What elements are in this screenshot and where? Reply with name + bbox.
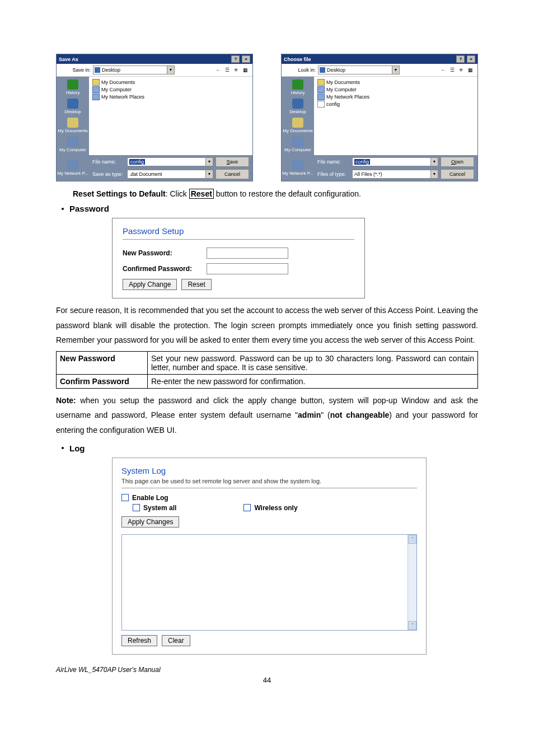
confirmed-password-label: Confirmed Password: [123, 265, 207, 273]
section-password-heading: Password [56, 204, 478, 213]
reset-button-box: Reset [189, 189, 214, 199]
confirmed-password-input[interactable] [207, 263, 288, 274]
filesoftype-combo[interactable]: All Files (*.*) ▼ [352, 170, 438, 179]
password-paragraph: For secure reason, It is recommended tha… [56, 303, 478, 348]
close-icon[interactable]: × [467, 55, 475, 63]
desktop-icon [320, 67, 325, 73]
enable-log-checkbox[interactable] [121, 494, 129, 501]
clear-button[interactable]: Clear [162, 635, 190, 646]
saveastype-combo[interactable]: .dat Document ▼ [127, 170, 213, 179]
new-folder-icon[interactable]: ✳ [457, 66, 465, 74]
list-item[interactable]: My Network Places [92, 94, 249, 100]
place-mycomp[interactable]: My Computer [57, 136, 89, 155]
place-mynet[interactable]: My Network P... [57, 160, 88, 176]
system-all-checkbox[interactable] [133, 504, 140, 511]
back-icon[interactable]: ← [214, 66, 222, 74]
help-icon[interactable]: ? [231, 55, 240, 63]
cancel-button[interactable]: Cancel [216, 169, 249, 179]
place-desktop[interactable]: Desktop [57, 97, 89, 116]
chevron-down-icon[interactable]: ▼ [430, 170, 438, 178]
chevron-down-icon[interactable]: ▼ [430, 158, 438, 166]
save-button[interactable]: Save [216, 157, 249, 167]
new-password-input[interactable] [207, 248, 288, 259]
place-history[interactable]: History [57, 78, 89, 97]
look-in-label: Look in: [285, 67, 316, 73]
list-item[interactable]: My Documents [92, 79, 249, 86]
chevron-down-icon[interactable]: ▼ [167, 66, 174, 74]
network-icon [92, 94, 100, 100]
chevron-down-icon[interactable]: ▼ [205, 158, 213, 166]
computer-icon [92, 86, 100, 93]
save-in-label: Save in: [60, 67, 91, 73]
folder-icon [317, 79, 325, 86]
desktop-icon [95, 67, 100, 73]
list-item[interactable]: My Computer [92, 86, 249, 93]
file-list[interactable]: My Documents My Computer My Network Plac… [314, 77, 477, 155]
reset-button[interactable]: Reset [181, 279, 211, 290]
table-row: Confirm Password Re-enter the new passwo… [57, 374, 478, 388]
page-number: 44 [56, 676, 478, 696]
place-mycomp[interactable]: My Computer [282, 136, 314, 155]
dialog-title: Choose file [284, 57, 311, 62]
new-password-label: New Password: [123, 249, 207, 257]
close-icon[interactable]: × [242, 55, 250, 63]
place-history[interactable]: History [282, 78, 314, 97]
computer-icon [317, 86, 325, 93]
section-log-heading: Log [56, 444, 478, 453]
list-item[interactable]: My Documents [317, 79, 474, 86]
refresh-button[interactable]: Refresh [121, 635, 157, 646]
bullet-icon [62, 447, 64, 449]
help-icon[interactable]: ? [456, 55, 465, 63]
wireless-only-checkbox[interactable] [243, 504, 251, 511]
places-bar: History Desktop My Documents My Computer [282, 77, 314, 155]
list-item[interactable]: My Computer [317, 86, 474, 93]
up-icon[interactable]: ☰ [448, 66, 456, 74]
network-icon [317, 94, 325, 100]
wireless-only-label: Wireless only [254, 504, 297, 512]
open-button[interactable]: Open [441, 157, 474, 167]
filesoftype-label: Files of type: [316, 171, 350, 177]
chevron-down-icon[interactable]: ▼ [392, 66, 399, 74]
list-item[interactable]: My Network Places [317, 94, 474, 100]
note-paragraph: Note: when you setup the password and cl… [56, 393, 478, 438]
panel-title: Password Setup [123, 226, 354, 236]
places-bar: History Desktop My Documents My Computer [57, 77, 89, 155]
password-setup-panel: Password Setup New Password: Confirmed P… [112, 218, 365, 298]
enable-log-label: Enable Log [132, 494, 168, 502]
dialog-titlebar: Choose file ? × [282, 54, 477, 64]
apply-change-button[interactable]: Apply Change [123, 279, 177, 290]
filename-label: File name: [91, 159, 125, 165]
scroll-down-icon[interactable]: ˅ [408, 621, 416, 630]
log-textarea[interactable]: ˄ ˅ [121, 534, 417, 631]
up-icon[interactable]: ☰ [223, 66, 231, 74]
dialog-title: Save As [59, 57, 78, 62]
cancel-button[interactable]: Cancel [441, 169, 474, 179]
choose-file-dialog: Choose file ? × Look in: Desktop ▼ ← ☰ ✳… [281, 54, 478, 181]
scrollbar[interactable]: ˄ ˅ [407, 535, 416, 630]
file-icon [317, 101, 325, 108]
chevron-down-icon[interactable]: ▼ [205, 170, 213, 178]
filename-input[interactable]: config ▼ [352, 157, 438, 166]
save-in-combo[interactable]: Desktop ▼ [93, 66, 175, 74]
views-icon[interactable]: ▦ [241, 66, 249, 74]
file-list[interactable]: My Documents My Computer My Network Plac… [89, 77, 252, 155]
dialog-titlebar: Save As ? × [57, 54, 252, 64]
place-mydocs[interactable]: My Documents [282, 116, 314, 136]
place-mydocs[interactable]: My Documents [57, 116, 89, 136]
back-icon[interactable]: ← [439, 66, 447, 74]
system-all-label: System all [143, 504, 176, 512]
list-item[interactable]: config [317, 101, 474, 108]
place-mynet[interactable]: My Network P... [282, 160, 313, 176]
views-icon[interactable]: ▦ [466, 66, 474, 74]
password-definition-table: New Password Set your new password. Pass… [56, 351, 478, 389]
footer-text: AirLive WL_5470AP User's Manual [56, 666, 478, 674]
filename-input[interactable]: config ▼ [127, 157, 213, 166]
folder-icon [92, 79, 100, 86]
new-folder-icon[interactable]: ✳ [232, 66, 240, 74]
look-in-combo[interactable]: Desktop ▼ [318, 66, 400, 74]
reset-settings-line: Reset Settings to Default: Click Reset b… [56, 189, 478, 198]
scroll-up-icon[interactable]: ˄ [408, 535, 416, 544]
bullet-icon [62, 208, 64, 210]
place-desktop[interactable]: Desktop [282, 97, 314, 116]
apply-changes-button[interactable]: Apply Changes [121, 516, 179, 528]
